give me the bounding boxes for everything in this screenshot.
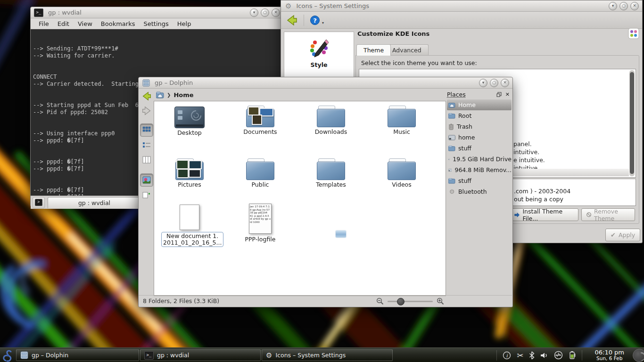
place-root[interactable]: Root	[447, 110, 512, 121]
syssettings-title: Icons – System Settings	[296, 2, 369, 9]
details-view-icon	[142, 141, 151, 149]
zoom-out-icon[interactable]	[376, 297, 384, 305]
place-stuff-2[interactable]: stuff	[447, 175, 512, 186]
zoom-slider[interactable]	[388, 301, 433, 302]
back-icon	[141, 91, 152, 101]
maximize-icon[interactable]: ○	[490, 79, 498, 87]
back-button[interactable]	[140, 90, 153, 102]
back-icon[interactable]	[286, 15, 298, 26]
place-home-partition[interactable]: z home	[447, 132, 512, 143]
check-icon: ✔	[611, 231, 616, 239]
file-item[interactable]: Jan 17 09:4 7:18 gp-Asp ire-5738 pp pd[1…	[232, 204, 289, 243]
theme-list-item[interactable]: intuitive.	[513, 148, 539, 156]
file-item[interactable]: Desktop	[161, 104, 218, 136]
menu-view[interactable]: View	[74, 19, 97, 28]
task-dolphin[interactable]: gp – Dolphin	[16, 349, 139, 361]
place-hard-drive[interactable]: 19.5 GiB Hard Drive	[447, 154, 512, 165]
maximize-icon[interactable]: ○	[261, 8, 269, 17]
battery-icon[interactable]	[569, 351, 576, 360]
terminal-menubar: File Edit View Bookmarks Settings Help	[31, 18, 283, 29]
file-item[interactable]: Music	[373, 104, 430, 135]
minimize-icon[interactable]: ▾	[250, 8, 258, 17]
zoom-in-icon[interactable]	[437, 297, 444, 305]
maximize-icon[interactable]: ○	[619, 2, 628, 10]
icons-view-icon	[142, 126, 151, 134]
close-panel-icon[interactable]: ✕	[505, 91, 510, 98]
zoom-slider-handle[interactable]	[397, 298, 405, 305]
help-icon[interactable]: ?	[310, 15, 320, 25]
volume-icon[interactable]	[540, 352, 548, 359]
apply-button[interactable]: ✔ Apply	[605, 229, 640, 241]
klipper-scissors-icon[interactable]: ✂	[517, 351, 523, 360]
file-item[interactable]: Downloads	[303, 104, 359, 135]
notifications-info-icon[interactable]: i	[503, 351, 511, 360]
pictures-folder-icon	[175, 158, 204, 180]
place-removable[interactable]: 964.8 MiB Remov...	[447, 165, 512, 175]
folder-icon	[246, 158, 274, 180]
minimize-icon[interactable]: ▾	[609, 2, 617, 10]
konsole-icon: >_	[144, 351, 154, 360]
close-icon[interactable]: ✕	[630, 2, 639, 10]
render-artifact	[336, 230, 346, 238]
terminal-titlebar[interactable]: >_ gp : wvdial ▾ ○ ✕	[31, 7, 283, 18]
document-icon	[180, 205, 199, 230]
logfile-preview-icon: Jan 17 09:4 7:18 gp-Asp ire-5738 pp pd[1…	[249, 204, 272, 234]
task-system-settings[interactable]: ⚙ Icons – System Settings	[262, 349, 393, 361]
forward-button[interactable]	[140, 105, 153, 117]
theme-list-item[interactable]: e intuitive.	[513, 156, 545, 164]
dolphin-titlebar[interactable]: gp – Dolphin ▾ ○ ✕	[139, 77, 512, 89]
menu-edit[interactable]: Edit	[53, 19, 74, 28]
tab-theme[interactable]: Theme	[356, 44, 391, 56]
preview-button[interactable]	[140, 173, 153, 187]
columns-view-button[interactable]	[140, 154, 153, 166]
theme-list-item[interactable]: panel.	[513, 140, 532, 148]
menu-settings[interactable]: Settings	[139, 19, 173, 28]
icons-view-button[interactable]	[140, 123, 153, 137]
launcher-logo-icon[interactable]	[1, 349, 15, 362]
terminal-tab[interactable]: gp : wvdial	[48, 197, 141, 208]
sidebar-item-style[interactable]: Style	[284, 32, 354, 68]
bluetooth-icon[interactable]	[529, 351, 535, 360]
svg-text:i: i	[506, 353, 508, 358]
menu-file[interactable]: File	[34, 19, 53, 28]
scrollbar[interactable]	[629, 70, 635, 176]
system-tray: i ✂ 06:10 pm Sun, 6 Feb	[496, 349, 644, 362]
svg-text:?: ?	[313, 17, 317, 24]
float-panel-icon[interactable]	[496, 92, 502, 97]
place-home[interactable]: Home	[447, 99, 512, 110]
file-item[interactable]: Pictures	[161, 156, 218, 188]
file-item[interactable]: Videos	[373, 156, 430, 188]
minimize-icon[interactable]: ▾	[479, 79, 487, 87]
install-theme-button[interactable]: Install Theme File...	[509, 208, 578, 221]
place-bluetooth[interactable]: ⚙ Bluetooth	[447, 186, 512, 197]
folder-icon	[317, 158, 345, 180]
details-view-button[interactable]	[140, 139, 153, 151]
taskbar: gp – Dolphin >_ gp : wvdial ⚙ Icons – Sy…	[0, 347, 644, 362]
remove-theme-button[interactable]: Remove Theme	[581, 208, 635, 221]
split-view-button[interactable]	[140, 189, 153, 201]
folder-icon	[448, 178, 455, 184]
menu-bookmarks[interactable]: Bookmarks	[97, 19, 140, 28]
task-terminal[interactable]: >_ gp : wvdial	[140, 349, 261, 361]
syssettings-titlebar[interactable]: ⚙ Icons – System Settings ▾ ○ ✕	[281, 0, 642, 12]
file-item[interactable]: Templates	[303, 156, 359, 188]
clock[interactable]: 06:10 pm Sun, 6 Feb	[594, 349, 624, 362]
new-tab-button[interactable]: >	[33, 197, 45, 208]
breadcrumb-home[interactable]: Home	[173, 91, 193, 99]
split-view-icon	[142, 191, 151, 199]
home-folder-icon[interactable]	[156, 91, 164, 99]
close-icon[interactable]: ✕	[272, 8, 280, 17]
menu-help[interactable]: Help	[173, 19, 196, 28]
file-item[interactable]: Public	[232, 156, 289, 188]
no-entry-icon	[586, 212, 591, 218]
usb-device-icon[interactable]	[554, 351, 563, 360]
file-item-selected[interactable]: New document 1. 2011_01_20_16_5...	[161, 204, 218, 247]
desktop-folder-icon	[174, 107, 205, 128]
file-item[interactable]: Documents	[232, 104, 289, 135]
tab-advanced[interactable]: Advanced	[385, 44, 429, 56]
syssettings-toolbar: ? ▾	[281, 12, 642, 29]
place-stuff[interactable]: stuff	[447, 143, 512, 154]
place-trash[interactable]: Trash	[447, 121, 512, 132]
panel-cashew-icon[interactable]	[633, 349, 644, 362]
close-icon[interactable]: ✕	[501, 79, 509, 87]
